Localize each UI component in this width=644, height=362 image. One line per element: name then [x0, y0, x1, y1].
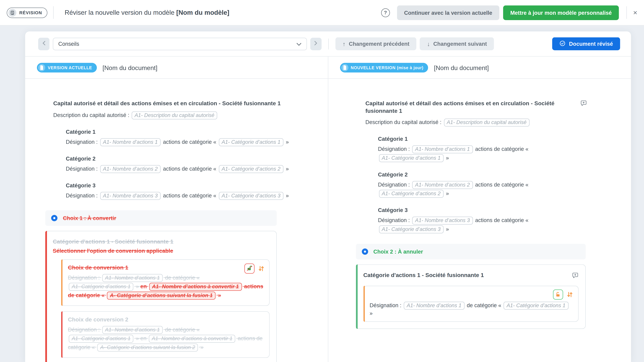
next-section-button[interactable] [310, 37, 322, 50]
number-field[interactable]: A1- Nombre d’actions 3 [412, 217, 473, 225]
description-field[interactable]: A1- Description du capital autorisé [132, 111, 217, 119]
category-2-label: Catégorie 2 [66, 155, 296, 162]
choice-2-label: Choix 2 : À annuler [373, 249, 423, 255]
current-version-panel: VERSION ACTUELLE [Nom du document] Capit… [25, 57, 328, 362]
conversion-choice-2: Choix de conversion 2 Désignation : A1- … [61, 311, 270, 358]
add-comment-icon[interactable] [572, 272, 578, 280]
choice-1-radio[interactable] [51, 215, 58, 221]
conversion-2-text: Désignation : A1- Nombre d’actions 1 de … [68, 325, 263, 352]
new-version-header: NOUVELLE VERSION (mise à jour) [Nom du d… [328, 57, 631, 79]
next-change-button[interactable]: ↓ Changement suivant [420, 37, 494, 50]
section-select-value: Conseils [58, 41, 79, 47]
number-field[interactable]: A1- Nombre d’actions 1 [100, 138, 161, 146]
revision-badge-label: RÉVISION [19, 10, 42, 15]
new-version-body: Capital autorisé et détail des actions é… [328, 79, 631, 362]
main-area: Conseils ↑ Changement précédent ↓ [0, 26, 644, 362]
card-subtitle: Sélectionner l'option de conversion appl… [53, 247, 270, 254]
category-field[interactable]: A1- Catégorie d’actions 1 [69, 335, 134, 343]
description-field[interactable]: A1- Description du capital autorisé [444, 119, 530, 127]
number-field[interactable]: A1- Nombre d’actions 2 [100, 165, 161, 173]
category-3-line: Désignation : A1- Nombre d’actions 3 act… [378, 216, 587, 234]
category-field[interactable]: A1- Catégorie d’actions 3 [379, 225, 444, 233]
chevron-left-icon [42, 41, 46, 47]
arrow-up-icon: ↑ [343, 40, 346, 47]
swap-arrows-icon[interactable] [566, 291, 573, 298]
header-right-divider [626, 6, 627, 19]
toolbar: Conseils ↑ Changement précédent ↓ [25, 31, 631, 57]
page-title: Réviser la nouvelle version du modèle [N… [64, 9, 229, 16]
clipboard-check-icon [8, 8, 16, 16]
number-field[interactable]: A1- Nombre d’actions 1 [102, 326, 163, 334]
revision-badge: RÉVISION [7, 7, 48, 18]
current-version-badge: VERSION ACTUELLE [37, 63, 96, 72]
category-field[interactable]: A1- Catégorie d’actions 1 [379, 154, 444, 162]
conversion-options-card: Catégorie d'actions 1 - Société fusionna… [45, 231, 277, 362]
category-2-line: Désignation : A1- Nombre d’actions 2 act… [378, 181, 587, 198]
lock-icon[interactable] [553, 290, 563, 300]
category-1-line: Désignation : A1- Nombre d’actions 1 act… [378, 145, 587, 163]
comparison-card: Conseils ↑ Changement précédent ↓ [25, 31, 631, 362]
convert-field[interactable]: A1- Nombre d’actions à convertir 1 [149, 283, 242, 291]
description-label: Description du capital autorisé : [53, 112, 129, 118]
category-3-label: Catégorie 3 [66, 182, 296, 188]
number-field[interactable]: A1- Nombre d’actions 1 [412, 145, 473, 153]
previous-change-button[interactable]: ↑ Changement précédent [336, 37, 416, 50]
prev-section-button[interactable] [38, 37, 50, 50]
number-field[interactable]: A1- Nombre d’actions 1 [102, 274, 163, 282]
section-select[interactable]: Conseils [53, 37, 307, 50]
document-icon [38, 64, 46, 71]
fusion-field[interactable]: A- Catégorie d’actions suivant la fusion… [107, 292, 216, 300]
document-reviewed-button[interactable]: Document révisé [552, 37, 620, 50]
continue-current-version-button[interactable]: Continuer avec la version actuelle [397, 5, 500, 20]
document-name: [Nom du document] [434, 64, 489, 71]
close-icon[interactable]: × [633, 9, 637, 16]
category-field[interactable]: A1- Catégorie d’actions 2 [379, 190, 444, 198]
swap-arrows-icon[interactable] [258, 265, 265, 272]
section-heading: Capital autorisé et détail des actions é… [366, 100, 575, 114]
number-field[interactable]: A1- Nombre d’actions 2 [412, 181, 473, 189]
designation-box: Désignation : A1- Nombre d’actions 1 de … [363, 286, 578, 322]
update-custom-template-button[interactable]: Mettre à jour mon modèle personnalisé [503, 5, 619, 20]
number-field[interactable]: A1- Nombre d’actions 1 [404, 302, 464, 310]
category-field[interactable]: A1- Catégorie d’actions 1 [69, 283, 134, 291]
choice-1-label: Choix 1 : À convertir [63, 215, 116, 221]
choice-1-row: Choix 1 : À convertir [45, 210, 277, 226]
conversion-1-title: Choix de conversion 1 [68, 264, 263, 271]
category-field[interactable]: A1- Catégorie d’actions 2 [219, 165, 284, 173]
category-1-line: Désignation : A1- Nombre d’actions 1 act… [66, 138, 296, 146]
category-2-line: Désignation : A1- Nombre d’actions 2 act… [66, 164, 296, 173]
convert-field[interactable]: A1- Nombre d’actions à convertir 1 [149, 335, 235, 343]
document-icon [341, 64, 348, 71]
section-heading: Capital autorisé et détail des actions é… [53, 100, 281, 107]
choice-2-radio[interactable] [362, 249, 368, 255]
unlock-crossed-icon[interactable] [244, 263, 254, 273]
current-version-body: Capital autorisé et détail des actions é… [25, 79, 328, 362]
revision-app: RÉVISION Réviser la nouvelle version du … [0, 0, 644, 362]
category-field[interactable]: A1- Catégorie d’actions 1 [504, 302, 568, 310]
help-icon[interactable]: ? [381, 8, 390, 17]
conversion-1-text: Désignation : A1- Nombre d’actions 1 de … [68, 273, 263, 300]
fusion-field[interactable]: A- Catégorie d’actions suivant la fusion… [97, 344, 198, 352]
version-panels: VERSION ACTUELLE [Nom du document] Capit… [25, 57, 631, 362]
category-field[interactable]: A1- Catégorie d’actions 1 [219, 138, 284, 146]
new-version-badge: NOUVELLE VERSION (mise à jour) [340, 63, 428, 72]
model-name: [Nom du modèle] [176, 9, 229, 16]
category-1-label: Catégorie 1 [378, 136, 587, 142]
arrow-down-icon: ↓ [427, 40, 430, 47]
top-header: RÉVISION Réviser la nouvelle version du … [0, 0, 644, 26]
toolbar-divider [328, 38, 329, 49]
designation-line: Désignation : A1- Nombre d’actions 1 de … [370, 301, 573, 317]
new-version-panel: NOUVELLE VERSION (mise à jour) [Nom du d… [328, 57, 631, 362]
choice-2-row: Choix 2 : À annuler [356, 244, 586, 259]
number-field[interactable]: A1- Nombre d’actions 3 [100, 192, 161, 200]
header-divider [53, 6, 54, 19]
conversion-2-title: Choix de conversion 2 [68, 316, 263, 323]
category-field[interactable]: A1- Catégorie d’actions 3 [219, 192, 284, 200]
category-actions-card: Catégorie d'actions 1 - Société fusionna… [356, 265, 586, 329]
chevron-right-icon [314, 41, 318, 47]
category-3-label: Catégorie 3 [378, 207, 587, 213]
card-title: Catégorie d'actions 1 - Société fusionna… [53, 238, 270, 245]
category-1-label: Catégorie 1 [66, 128, 296, 135]
description-label: Description du capital autorisé : [366, 119, 442, 125]
add-comment-icon[interactable] [580, 100, 587, 108]
